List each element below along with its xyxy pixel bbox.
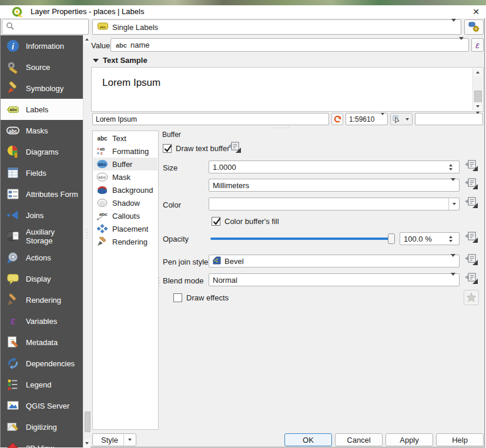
style-menu-button[interactable]: Style bbox=[92, 433, 136, 446]
sidebar-item-actions[interactable]: Actions bbox=[1, 247, 83, 268]
data-defined-override-button[interactable] bbox=[227, 142, 242, 155]
data-defined-override-button[interactable] bbox=[464, 161, 478, 173]
data-defined-override-button[interactable] bbox=[464, 198, 478, 210]
splitter-handle[interactable]: ······ bbox=[267, 126, 297, 129]
star-icon bbox=[466, 292, 477, 303]
splitter-handle[interactable]: ···· bbox=[158, 276, 160, 287]
tab-buffer[interactable]: abc Buffer bbox=[93, 158, 157, 170]
search-icon bbox=[6, 22, 14, 32]
map-settings-dropdown[interactable] bbox=[403, 113, 413, 125]
labels-icon: abc bbox=[5, 102, 21, 117]
customize-effects-button[interactable] bbox=[464, 290, 479, 305]
value-field-select[interactable]: abc name bbox=[110, 38, 469, 52]
help-button[interactable]: Help bbox=[436, 433, 484, 446]
ok-button[interactable]: OK bbox=[284, 433, 332, 446]
close-button[interactable]: ✕ bbox=[469, 6, 483, 18]
check-icon bbox=[212, 216, 222, 226]
sidebar-item-diagrams[interactable]: Diagrams bbox=[1, 141, 83, 162]
tab-shadow[interactable]: Shadow bbox=[93, 196, 157, 209]
tab-mask[interactable]: abc Mask bbox=[93, 170, 157, 183]
tab-placement[interactable]: Placement bbox=[93, 222, 157, 235]
sample-scrollbar[interactable] bbox=[472, 68, 482, 111]
sidebar-item-attributes-form[interactable]: Attributes Form bbox=[1, 183, 83, 205]
sidebar-item-label: Joins bbox=[26, 211, 43, 220]
sidebar-item-digitizing[interactable]: Digitizing bbox=[1, 416, 83, 437]
splitter-handle[interactable]: ···· bbox=[86, 228, 88, 239]
labeling-mode-value: Single Labels bbox=[112, 23, 158, 32]
size-spinbox[interactable]: 1.0000 bbox=[209, 161, 460, 173]
sidebar-item-labels[interactable]: abc Labels bbox=[1, 99, 83, 120]
size-units-select[interactable]: Millimeters bbox=[209, 179, 460, 192]
data-defined-override-button[interactable] bbox=[464, 255, 478, 268]
sidebar-item-auxiliary-storage[interactable]: Auxiliary Storage bbox=[1, 226, 83, 247]
tab-text[interactable]: abc Text bbox=[93, 132, 157, 145]
sample-text-input[interactable]: Lorem Ipsum bbox=[92, 113, 329, 125]
reset-sample-button[interactable] bbox=[331, 113, 343, 125]
sidebar-item-rendering[interactable]: Rendering bbox=[1, 289, 83, 310]
tab-callouts[interactable]: abc Callouts bbox=[93, 209, 157, 222]
sidebar-item-display[interactable]: Display bbox=[1, 268, 83, 289]
preview-scale-select[interactable]: 1:59610 bbox=[346, 113, 388, 125]
chevron-down-icon bbox=[451, 181, 455, 190]
sidebar-item-label: Digitizing bbox=[26, 423, 57, 432]
sidebar-item-metadata[interactable]: Metadata bbox=[1, 332, 83, 353]
qgis-logo-icon bbox=[12, 6, 24, 17]
information-icon: i bbox=[5, 38, 21, 54]
cancel-button[interactable]: Cancel bbox=[335, 433, 383, 446]
automated-placement-settings-button[interactable] bbox=[464, 19, 484, 35]
scrollbar-thumb[interactable] bbox=[85, 412, 91, 432]
sidebar-item-symbology[interactable]: Symbology bbox=[1, 78, 83, 99]
color-buffers-fill-label: Color buffer's fill bbox=[224, 217, 279, 226]
opacity-slider[interactable] bbox=[210, 238, 395, 240]
sidebar-item-3d-view[interactable]: 3D View bbox=[1, 437, 83, 448]
sidebar-item-masks[interactable]: abc Masks bbox=[1, 120, 83, 141]
preview-background-select[interactable] bbox=[415, 113, 483, 125]
tab-label: Shadow bbox=[112, 199, 140, 208]
pen-join-style-select[interactable]: Bevel bbox=[209, 255, 460, 268]
buffer-color-button[interactable] bbox=[209, 198, 460, 210]
scroll-down-button[interactable] bbox=[473, 102, 482, 111]
blend-mode-value: Normal bbox=[213, 276, 237, 285]
sidebar-item-information[interactable]: i Information bbox=[1, 35, 83, 56]
spin-buttons[interactable] bbox=[446, 236, 455, 242]
spin-buttons[interactable] bbox=[446, 164, 455, 170]
chevron-down-icon bbox=[451, 22, 456, 32]
style-dropdown-arrow[interactable] bbox=[123, 434, 136, 446]
draw-effects-checkbox[interactable] bbox=[173, 293, 182, 302]
data-defined-override-button[interactable] bbox=[464, 232, 478, 245]
sidebar-item-source[interactable]: Source bbox=[1, 56, 83, 78]
tab-background[interactable]: Background bbox=[93, 183, 157, 196]
labeling-mode-select[interactable]: abc Single Labels bbox=[92, 19, 461, 35]
sidebar-item-joins[interactable]: Joins bbox=[1, 205, 83, 226]
svg-text:+: + bbox=[97, 147, 99, 151]
map-settings-button[interactable] bbox=[390, 113, 403, 125]
sidebar-item-label: Attributes Form bbox=[26, 190, 78, 199]
search-input[interactable] bbox=[2, 19, 89, 35]
color-buffers-fill-checkbox[interactable] bbox=[212, 217, 220, 226]
tab-formatting[interactable]: +ab<c Formatting bbox=[93, 145, 157, 158]
sidebar-item-dependencies[interactable]: Dependencies bbox=[1, 353, 83, 374]
sidebar-item-variables[interactable]: ε Variables bbox=[1, 310, 83, 332]
sidebar-item-label: Rendering bbox=[26, 296, 61, 305]
blend-mode-select[interactable]: Normal bbox=[209, 273, 460, 286]
sidebar-item-qgis-server[interactable]: QGIS Server bbox=[1, 395, 83, 416]
apply-button[interactable]: Apply bbox=[386, 433, 433, 446]
color-dropdown-arrow[interactable] bbox=[448, 198, 459, 210]
buffer-panel-title: Buffer bbox=[162, 131, 181, 139]
scroll-down-button[interactable] bbox=[83, 439, 91, 447]
scroll-up-button[interactable] bbox=[83, 35, 91, 44]
draw-text-buffer-checkbox[interactable] bbox=[163, 144, 172, 153]
expression-builder-button[interactable]: ε bbox=[471, 38, 484, 52]
data-defined-override-button[interactable] bbox=[464, 179, 478, 192]
sidebar-scrollbar[interactable]: ···· bbox=[83, 35, 91, 447]
svg-text:<: < bbox=[97, 151, 99, 155]
opacity-spinbox[interactable]: 100.0 % bbox=[400, 232, 460, 245]
draw-text-buffer-label: Draw text buffer bbox=[176, 144, 230, 153]
data-defined-override-button[interactable] bbox=[464, 273, 478, 286]
slider-handle[interactable] bbox=[388, 233, 395, 244]
scroll-up-button[interactable] bbox=[473, 68, 482, 76]
tab-rendering[interactable]: Rendering bbox=[93, 235, 157, 248]
sidebar-item-fields[interactable]: Fields bbox=[1, 162, 83, 183]
sidebar-item-legend[interactable]: Legend bbox=[1, 374, 83, 395]
text-sample-section-header[interactable]: Text Sample bbox=[93, 56, 148, 65]
